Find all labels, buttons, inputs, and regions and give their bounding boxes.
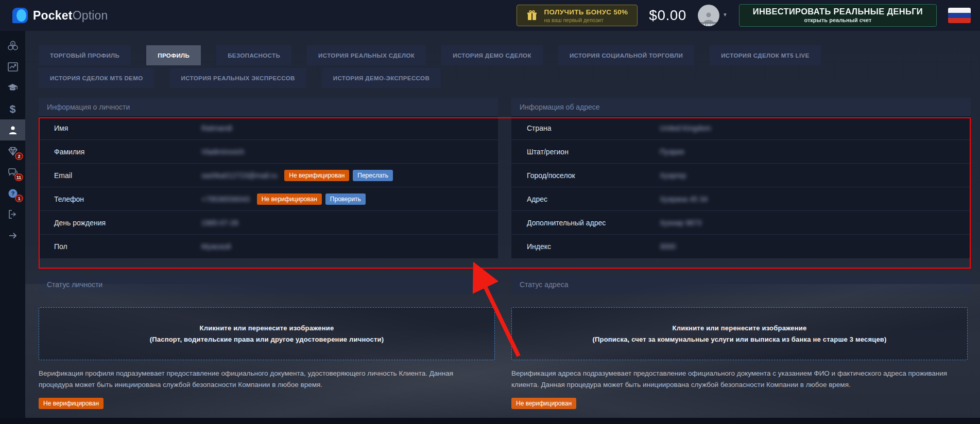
blurred-value: Пуэрия xyxy=(660,148,684,156)
sidebar-item-payments[interactable]: $ xyxy=(0,98,25,119)
svg-text:?: ? xyxy=(11,190,14,197)
phone-not-verified-badge: Не верифицирован xyxy=(257,193,322,205)
get-bonus-button[interactable]: ПОЛУЧИТЬ БОНУС 50% на ваш первый депозит xyxy=(517,5,638,26)
tab-trading-profile[interactable]: ТОРГОВЫЙ ПРОФИЛЬ xyxy=(39,45,131,65)
address-not-verified-badge: Не верифицирован xyxy=(511,398,576,409)
graduation-cap-icon xyxy=(7,82,19,94)
achievements-count-badge: 2 xyxy=(15,152,23,160)
chart-icon xyxy=(7,61,19,73)
field-phone: Телефон +79536556043 Не верифицирован Пр… xyxy=(39,187,498,211)
blurred-value: 3000 xyxy=(660,242,676,251)
field-address: Адрес Хуэрана 45 34 xyxy=(511,187,971,211)
gift-icon xyxy=(526,10,538,21)
language-flag-russia[interactable] xyxy=(948,8,971,23)
arrow-right-icon xyxy=(8,231,18,241)
bonus-title: ПОЛУЧИТЬ БОНУС 50% xyxy=(544,8,628,16)
tab-real-express-history[interactable]: ИСТОРИЯ РЕАЛЬНЫХ ЭКСПРЕССОВ xyxy=(170,68,306,88)
tab-social-trading-history[interactable]: ИСТОРИЯ СОЦИАЛЬНОЙ ТОРГОВЛИ xyxy=(558,45,694,65)
coins-icon: $ xyxy=(7,40,19,51)
left-sidebar: $ $ 2 11 xyxy=(0,31,25,418)
bottom-bar xyxy=(0,418,980,424)
field-address2: Дополнительный адрес Хуэнир 9873 xyxy=(511,211,971,235)
field-first-name: Имя Ratmandi xyxy=(39,116,498,140)
tab-mt5-demo-history[interactable]: ИСТОРИЯ СДЕЛОК MT5 DEMO xyxy=(39,68,154,88)
profile-icon xyxy=(8,125,18,135)
help-count-badge: 1 xyxy=(15,195,23,202)
profile-tabs: ТОРГОВЫЙ ПРОФИЛЬ ПРОФИЛЬ БЕЗОПАСНОСТЬ ИС… xyxy=(39,45,904,88)
field-state-region: Штат/регион Пуэрия xyxy=(511,140,971,164)
sidebar-item-chat[interactable]: 11 xyxy=(0,162,25,183)
email-not-verified-badge: Не верифицирован xyxy=(284,170,349,181)
blurred-value: sashka012723@mail.ru xyxy=(201,171,277,180)
field-email: Email sashka012723@mail.ru Не верифициро… xyxy=(39,164,498,187)
tab-security[interactable]: БЕЗОПАСНОСТЬ xyxy=(216,45,291,65)
identity-status-title: Статус личности xyxy=(39,275,498,294)
sidebar-item-achievements[interactable]: 2 xyxy=(0,140,25,162)
chat-count-badge: 11 xyxy=(14,173,23,181)
sidebar-item-trading[interactable] xyxy=(0,56,25,77)
dollar-icon: $ xyxy=(10,103,16,115)
personal-info-title: Информация о личности xyxy=(39,98,498,116)
sidebar-item-help[interactable]: ? 1 xyxy=(0,183,25,204)
tab-profile[interactable]: ПРОФИЛЬ xyxy=(146,45,201,65)
identity-not-verified-badge: Не верифицирован xyxy=(39,398,104,409)
address-info-panel: Информация об адресе Страна United Kingd… xyxy=(511,98,971,258)
blurred-value: 1985-07-28 xyxy=(201,219,238,227)
sidebar-item-finance[interactable]: $ xyxy=(0,35,25,56)
svg-text:$: $ xyxy=(12,42,14,45)
blurred-value: United Kingdom xyxy=(660,124,711,132)
blurred-value: Мужской xyxy=(201,242,231,251)
blurred-value: Хуэнир 9873 xyxy=(660,219,701,227)
sidebar-item-logout[interactable] xyxy=(0,204,25,225)
address-verification-description: Верификация адреса подразумевает предост… xyxy=(511,368,957,391)
address-upload-dropzone[interactable]: Кликните или перенесите изображение (Про… xyxy=(511,307,968,360)
field-city: Город/поселок Хуэргер xyxy=(511,164,971,187)
address-info-title: Информация об адресе xyxy=(511,98,971,116)
pocket-option-logo[interactable]: PocketOption xyxy=(12,8,108,23)
phone-verify-button[interactable]: Проверить xyxy=(325,193,366,205)
email-resend-button[interactable]: Переслать xyxy=(353,170,393,181)
blurred-value: Хуэргер xyxy=(660,171,686,180)
address-status-title: Статус адреса xyxy=(511,275,971,294)
account-type-badge: СТРАННИК xyxy=(698,22,719,26)
sidebar-item-collapse[interactable] xyxy=(0,225,25,246)
address-status-section: Статус адреса Кликните или перенесите из… xyxy=(511,275,971,409)
chevron-down-icon: ▼ xyxy=(723,12,728,17)
personal-info-panel: Информация о личности Имя Ratmandi Фамил… xyxy=(39,98,498,258)
field-zip: Индекс 3000 xyxy=(511,235,971,258)
brand-icon xyxy=(12,8,28,23)
sidebar-item-education[interactable] xyxy=(0,77,25,98)
blurred-value: Vladimirovich xyxy=(201,148,244,156)
blurred-value: Хуэрана 45 34 xyxy=(660,195,708,203)
tab-demo-express-history[interactable]: ИСТОРИЯ ДЕМО-ЭКСПРЕССОВ xyxy=(322,68,441,88)
avatar[interactable]: СТРАННИК xyxy=(698,5,719,26)
field-gender: Пол Мужской xyxy=(39,235,498,258)
blurred-value: +79536556043 xyxy=(201,195,250,203)
field-last-name: Фамилия Vladimirovich xyxy=(39,140,498,164)
user-menu[interactable]: СТРАННИК ▼ xyxy=(698,5,728,26)
account-balance: $0.00 xyxy=(649,7,686,24)
logout-icon xyxy=(7,209,18,220)
sidebar-item-profile[interactable] xyxy=(0,119,25,140)
identity-status-section: Статус личности Кликните или перенесите … xyxy=(39,275,498,409)
tab-real-trades-history[interactable]: ИСТОРИЯ РЕАЛЬНЫХ СДЕЛОК xyxy=(307,45,426,65)
bonus-subtitle: на ваш первый депозит xyxy=(544,17,628,23)
invest-real-money-button[interactable]: ИНВЕСТИРОВАТЬ РЕАЛЬНЫЕ ДЕНЬГИ открыть ре… xyxy=(739,4,937,27)
field-birthday: День рождения 1985-07-28 xyxy=(39,211,498,235)
identity-verification-description: Верификация профиля подразумевает предос… xyxy=(39,368,484,391)
field-country: Страна United Kingdom xyxy=(511,116,971,140)
top-header: PocketOption ПОЛУЧИТЬ БОНУС 50% на ваш п… xyxy=(0,0,980,31)
blurred-value: Ratmandi xyxy=(201,124,232,132)
tab-mt5-live-history[interactable]: ИСТОРИЯ СДЕЛОК MT5 LIVE xyxy=(710,45,821,65)
brand-text: PocketOption xyxy=(33,9,108,23)
tab-demo-trades-history[interactable]: ИСТОРИЯ ДЕМО СДЕЛОК xyxy=(441,45,543,65)
identity-upload-dropzone[interactable]: Кликните или перенесите изображение (Пас… xyxy=(39,307,495,360)
main-content: ТОРГОВЫЙ ПРОФИЛЬ ПРОФИЛЬ БЕЗОПАСНОСТЬ ИС… xyxy=(25,31,980,418)
